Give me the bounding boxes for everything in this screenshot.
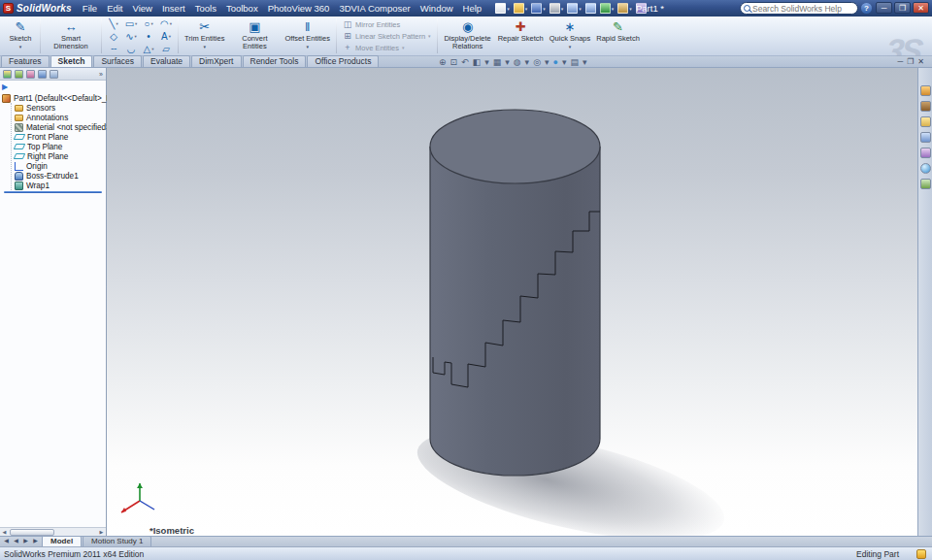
sketch-button[interactable]: ✎ Sketch ▾ [4,17,37,54]
menu-window[interactable]: Window [416,0,458,16]
cylinder-top-face[interactable] [430,110,600,183]
zoom-fit-icon[interactable]: ⊕ [439,56,447,68]
tab-scroll-right-icon[interactable]: ▶ [21,537,30,545]
linear-sketch-pattern-button[interactable]: ⊞ Linear Sketch Pattern ▾ [343,31,431,42]
appearance-dropdown-icon[interactable]: ▾ [562,56,567,68]
view-orientation-dropdown-icon[interactable]: ▾ [505,56,510,68]
display-delete-relations-button[interactable]: ◉ Display/Delete Relations [441,17,495,54]
graphics-viewport[interactable]: *Isometric [107,68,917,536]
text-tool[interactable]: A▾ [157,30,175,43]
configurationmanager-tab-icon[interactable] [26,70,35,79]
parallelogram-tool[interactable]: ▱ [157,43,175,55]
tab-scroll-first-icon[interactable]: ◀ [2,537,11,545]
tree-item-origin[interactable]: Origin [15,161,106,171]
scroll-right-icon[interactable]: ▶ [97,529,106,535]
options-button[interactable]: ▾ [616,2,633,15]
tree-item-right-plane[interactable]: Right Plane [15,151,106,161]
design-library-icon[interactable] [920,101,931,112]
document-close-icon[interactable]: ✕ [917,56,924,68]
tree-item-top-plane[interactable]: Top Plane [15,142,106,151]
appearances-scenes-icon[interactable] [920,163,931,174]
section-view-icon[interactable]: ◧ [473,56,482,68]
quick-snaps-dropdown-icon[interactable]: ▾ [569,44,572,49]
dimxpertmanager-tab-icon[interactable] [38,70,47,79]
apply-scene-icon[interactable]: ▤ [570,56,579,68]
previous-view-icon[interactable]: ↶ [461,56,469,68]
linear-pattern-dropdown-icon[interactable]: ▾ [428,33,431,39]
line-tool[interactable]: ╲▾ [105,17,122,30]
menu-3dvia-composer[interactable]: 3DVIA Composer [334,0,415,16]
sketch-dropdown-icon[interactable]: ▾ [19,44,22,49]
menu-help[interactable]: Help [458,0,487,16]
menu-view[interactable]: View [128,0,157,16]
search-box[interactable]: ▾ [740,2,858,15]
tree-item-wrap1[interactable]: Wrap1 [15,181,106,190]
corner-rectangle-tool[interactable]: ▭▾ [122,17,140,30]
menu-toolbox[interactable]: Toolbox [221,0,263,16]
move-entities-dropdown-icon[interactable]: ▾ [402,45,405,50]
tab-scroll-left-icon[interactable]: ◀ [12,537,20,545]
edit-appearance-icon[interactable]: ● [553,56,558,68]
search-input[interactable] [752,4,860,14]
tab-surfaces[interactable]: Surfaces [93,55,142,67]
scroll-left-icon[interactable]: ◀ [0,529,9,535]
scene-dropdown-icon[interactable]: ▾ [582,56,587,68]
three-point-arc-tool[interactable]: ◡ [122,43,140,55]
sketch-fillet-tool[interactable]: △▾ [140,43,157,55]
circle-tool[interactable]: ○▾ [140,17,157,30]
tree-item-boss-extrude1[interactable]: Boss-Extrude1 [15,171,106,181]
new-document-button[interactable]: ▾ [494,2,511,15]
view-palette-icon[interactable] [920,148,931,158]
menu-insert[interactable]: Insert [157,0,190,16]
tab-office-products[interactable]: Office Products [307,55,379,67]
maximize-button[interactable]: ❐ [894,2,911,14]
rapid-sketch-button[interactable]: ✎ Rapid Sketch [593,17,643,54]
print-button[interactable]: ▾ [549,2,565,15]
polygon-tool[interactable]: ◇ [105,30,122,43]
centerpoint-arc-tool[interactable]: ◠▾ [157,17,175,30]
document-restore-icon[interactable]: ❐ [907,56,914,68]
tab-features[interactable]: Features [1,55,50,67]
menu-photoview-360[interactable]: PhotoView 360 [263,0,335,16]
hide-show-dropdown-icon[interactable]: ▾ [545,56,549,68]
view-orientation-icon[interactable]: ▦ [493,56,502,68]
spline-tool[interactable]: ∿▾ [122,30,140,43]
point-tool[interactable]: • [140,30,157,43]
tab-dimxpert[interactable]: DimXpert [191,55,241,67]
propertymanager-tab-icon[interactable] [15,70,23,79]
tab-scroll-last-icon[interactable]: ▶ [31,537,40,545]
tab-sketch[interactable]: Sketch [50,55,93,67]
display-style-dropdown-icon[interactable]: ▾ [525,56,530,68]
section-view-dropdown-icon[interactable]: ▾ [484,56,489,68]
smart-dimension-button[interactable]: ↔ Smart Dimension [44,17,98,54]
rebuild-button[interactable]: ▾ [599,2,616,15]
minimize-button[interactable]: ─ [876,2,892,14]
scrollbar-thumb[interactable] [10,529,54,536]
offset-entities-button[interactable]: ‖ Offset Entities ▾ [282,17,333,54]
flyout-featuremanager-arrow-icon[interactable]: ▶ [2,82,8,91]
tree-item-material[interactable]: Material <not specified> [15,122,106,132]
open-button[interactable]: ▾ [513,2,529,15]
menu-tools[interactable]: Tools [190,0,221,16]
menu-edit[interactable]: Edit [102,0,127,16]
convert-entities-button[interactable]: ▣ Convert Entities [227,17,282,54]
tree-item-front-plane[interactable]: Front Plane [15,132,106,142]
tab-evaluate[interactable]: Evaluate [143,55,190,67]
tree-item-annotations[interactable]: Annotations [15,113,106,122]
menu-file[interactable]: File [78,0,102,16]
cylinder-body[interactable] [430,147,600,476]
model-tab[interactable]: Model [42,536,82,546]
hide-show-items-icon[interactable]: ◎ [533,56,541,68]
trim-dropdown-icon[interactable]: ▾ [203,44,206,49]
quick-snaps-button[interactable]: ∗ Quick Snaps ▾ [547,17,594,54]
tab-render-tools[interactable]: Render Tools [243,55,307,67]
motion-study-tab[interactable]: Motion Study 1 [83,536,151,546]
repair-sketch-button[interactable]: ✚ Repair Sketch [495,17,547,54]
rollback-bar[interactable] [4,191,102,193]
close-button[interactable]: ✕ [913,2,929,14]
display-style-icon[interactable]: ◍ [514,56,521,68]
trim-entities-button[interactable]: ✂ Trim Entities ▾ [182,17,227,54]
panel-overflow-icon[interactable]: » [99,71,103,78]
zoom-area-icon[interactable]: ⊡ [450,56,458,68]
tree-item-sensors[interactable]: Sensors [15,103,106,113]
